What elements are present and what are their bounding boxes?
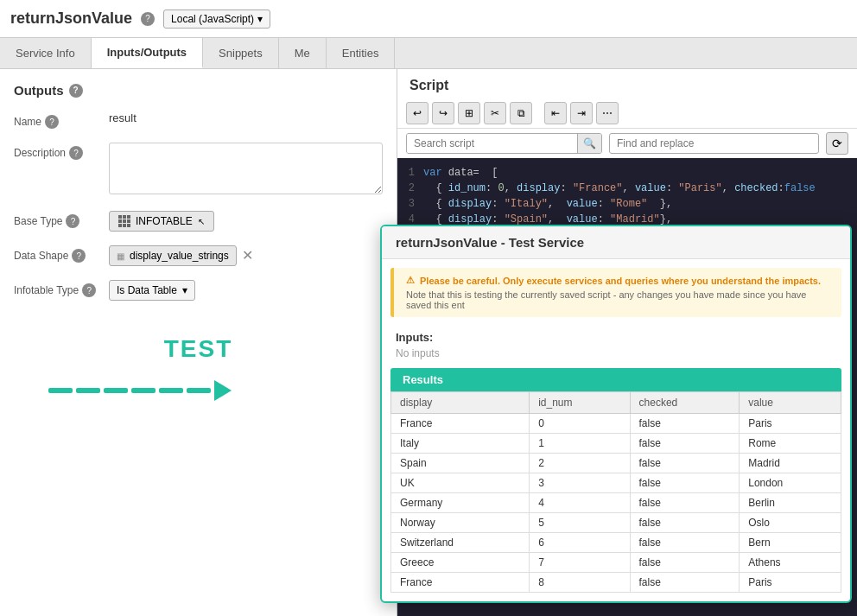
dash-4 [131,388,156,393]
script-search-row: 🔍 ⟳ [397,129,857,158]
undo-button[interactable]: ↩ [406,102,428,124]
data-shape-help-badge[interactable]: ? [72,249,86,263]
code-line-2: 2 { id_num: 0, display: "France", value:… [397,181,857,196]
format-button[interactable]: ⊞ [458,102,480,124]
data-shape-btn[interactable]: ▦ display_value_strings [109,245,237,266]
cell-display: Norway [391,513,530,533]
dash-3 [104,388,128,393]
name-help-badge[interactable]: ? [45,115,59,129]
search-input-wrap: 🔍 [406,133,602,154]
name-row: Name ? result [14,111,383,129]
cell-checked: false [630,473,740,493]
infotable-type-help-badge[interactable]: ? [82,283,96,297]
tab-service-info[interactable]: Service Info [0,38,92,68]
dropdown-arrow-icon: ▾ [182,284,187,296]
cell-display: Germany [391,493,530,513]
overlay-warning: ⚠ Please be careful. Only execute servic… [390,268,841,317]
cell-display: France [391,414,530,434]
table-row: Norway 5 false Oslo [391,513,841,533]
header-help-badge[interactable]: ? [141,12,155,26]
col-display: display [391,392,530,414]
cell-value: Paris [740,414,841,434]
results-title: Results [390,368,841,391]
left-panel: Outputs ? Name ? result Description ? Ba… [0,69,397,616]
cursor-icon: ↖ [198,217,205,226]
cell-checked: false [630,553,740,573]
results-table: display id_num checked value France 0 fa… [390,391,841,593]
cell-id-num: 6 [530,533,630,553]
cell-checked: false [630,434,740,454]
cell-display: UK [391,473,530,493]
cell-value: London [740,473,841,493]
col-value: value [740,392,841,414]
data-shape-row: Data Shape ? ▦ display_value_strings ✕ [14,245,383,266]
overlay-inputs-section: Inputs: No inputs [382,326,850,368]
table-row: UK 3 false London [391,473,841,493]
cell-checked: false [630,414,740,434]
more-button[interactable]: ⋯ [596,102,619,124]
name-value: result [109,111,383,124]
description-label: Description ? [14,143,100,160]
env-dropdown[interactable]: Local (JavaScript) ▾ [163,10,270,29]
tab-inputs-outputs[interactable]: Inputs/Outputs [92,38,203,68]
redo-button[interactable]: ↪ [432,102,454,124]
cell-value: Bern [740,533,841,553]
search-input[interactable] [407,134,577,153]
infotable-type-row: Infotable Type ? Is Data Table ▾ [14,280,383,301]
paste-button[interactable]: ⧉ [510,102,532,124]
infotable-type-dropdown[interactable]: Is Data Table ▾ [109,280,195,301]
col-id-num: id_num [530,392,630,414]
table-row: Spain 2 false Madrid [391,454,841,473]
infotable-button[interactable]: INFOTABLE ↖ [109,211,214,232]
env-arrow-icon: ▾ [257,13,263,25]
infotable-type-label: Infotable Type ? [14,280,100,297]
search-icon[interactable]: 🔍 [577,134,601,153]
cell-id-num: 8 [530,573,630,593]
tab-entities[interactable]: Entities [327,38,396,68]
cell-id-num: 3 [530,473,630,493]
indent-right-button[interactable]: ⇥ [570,102,593,124]
cell-value: Rome [740,434,841,454]
script-title: Script [397,69,857,98]
cell-id-num: 5 [530,513,630,533]
outputs-help-badge[interactable]: ? [69,84,83,98]
table-row: Greece 7 false Athens [391,553,841,573]
test-label: TEST [14,335,383,363]
tab-snippets[interactable]: Snippets [203,38,279,68]
cell-id-num: 7 [530,553,630,573]
table-row: France 8 false Paris [391,573,841,593]
indent-left-button[interactable]: ⇤ [544,102,567,124]
base-type-row: Base Type ? INFOTABLE ↖ [14,211,383,232]
cell-id-num: 1 [530,434,630,454]
name-label: Name ? [14,111,100,129]
base-type-help-badge[interactable]: ? [66,214,79,228]
cell-value: Athens [740,553,841,573]
inputs-label: Inputs: [396,331,836,344]
cell-display: Switzerland [391,533,530,553]
cell-value: Paris [740,573,841,593]
base-type-label: Base Type ? [14,211,100,228]
table-row: Switzerland 6 false Bern [391,533,841,553]
nav-tabs: Service Info Inputs/Outputs Snippets Me … [0,38,857,69]
code-line-1: 1 var data= [ [397,165,857,181]
overlay-title: returnJsonValue - Test Service [382,226,850,259]
app-title: returnJsonValue [10,10,132,28]
table-header-row: display id_num checked value [391,392,841,414]
tab-me[interactable]: Me [279,38,327,68]
cut-button[interactable]: ✂ [484,102,506,124]
grid-icon [118,215,130,227]
table-row: Italy 1 false Rome [391,434,841,454]
cell-checked: false [630,573,740,593]
table-row: France 0 false Paris [391,414,841,434]
description-row: Description ? [14,143,383,197]
replace-go-button[interactable]: ⟳ [826,132,848,155]
find-replace-input[interactable] [609,133,819,154]
outputs-section-title: Outputs ? [14,83,383,98]
description-textarea[interactable] [109,143,383,194]
col-checked: checked [630,392,740,414]
remove-data-shape-button[interactable]: ✕ [242,249,253,263]
description-help-badge[interactable]: ? [69,146,83,160]
data-shape-label: Data Shape ? [14,245,100,263]
cell-value: Berlin [740,493,841,513]
cell-id-num: 0 [530,414,630,434]
